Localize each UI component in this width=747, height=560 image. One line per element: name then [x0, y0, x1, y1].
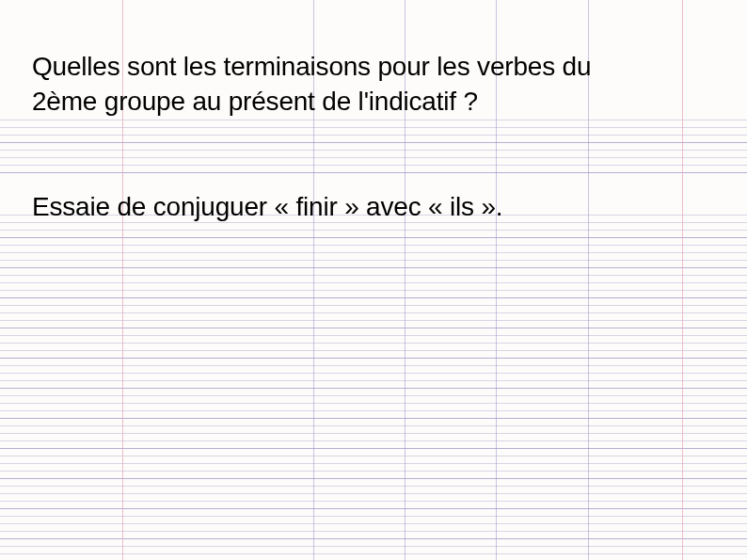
- question-1-line-1: Quelles sont les terminaisons pour les v…: [32, 52, 591, 81]
- question-2-text: Essaie de conjuguer « finir » avec « ils…: [32, 192, 502, 221]
- question-1-line-2: 2ème groupe au présent de l'indicatif ?: [32, 87, 478, 116]
- content-area: Quelles sont les terminaisons pour les v…: [0, 0, 747, 224]
- question-2: Essaie de conjuguer « finir » avec « ils…: [32, 189, 719, 224]
- question-1: Quelles sont les terminaisons pour les v…: [32, 49, 719, 119]
